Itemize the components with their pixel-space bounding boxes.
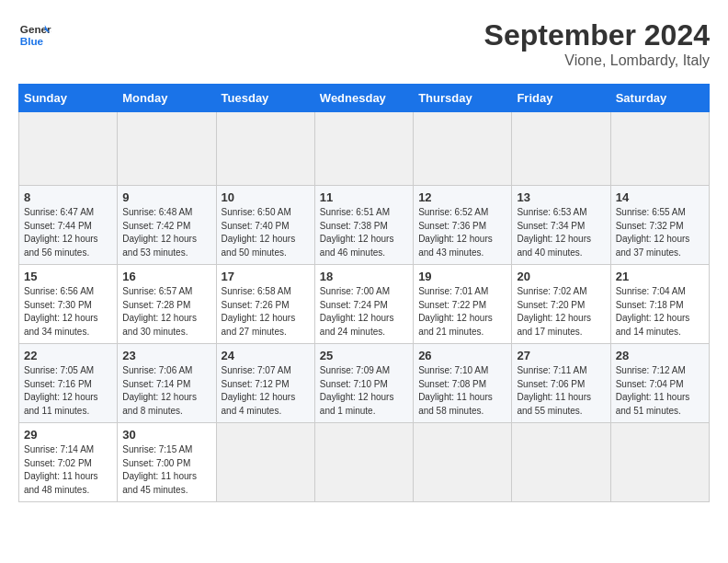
calendar-cell: 22Sunrise: 7:05 AMSunset: 7:16 PMDayligh… (19, 344, 118, 423)
day-number: 28 (616, 349, 704, 362)
logo-icon: General Blue (18, 18, 51, 52)
cell-info: Sunrise: 6:52 AMSunset: 7:36 PMDaylight:… (418, 206, 506, 259)
day-number: 11 (320, 190, 408, 204)
weekday-header-thursday: Thursday (414, 85, 512, 112)
calendar-cell: 16Sunrise: 6:57 AMSunset: 7:28 PMDayligh… (118, 265, 216, 344)
calendar-cell: 24Sunrise: 7:07 AMSunset: 7:12 PMDayligh… (216, 344, 314, 423)
calendar-cell (414, 423, 512, 502)
day-number: 15 (24, 270, 112, 283)
day-number: 16 (122, 270, 210, 283)
calendar-cell: 9Sunrise: 6:48 AMSunset: 7:42 PMDaylight… (118, 186, 216, 265)
calendar-cell (118, 112, 216, 186)
month-title: September 2024 (484, 18, 710, 52)
day-number: 14 (616, 190, 704, 204)
cell-info: Sunrise: 6:57 AMSunset: 7:28 PMDaylight:… (122, 285, 210, 339)
calendar-cell: 29Sunrise: 7:14 AMSunset: 7:02 PMDayligh… (19, 423, 118, 502)
calendar-cell: 25Sunrise: 7:09 AMSunset: 7:10 PMDayligh… (314, 344, 413, 423)
day-number: 21 (616, 270, 704, 283)
cell-info: Sunrise: 7:10 AMSunset: 7:08 PMDaylight:… (418, 364, 506, 418)
calendar-cell: 12Sunrise: 6:52 AMSunset: 7:36 PMDayligh… (414, 186, 512, 265)
calendar-cell: 23Sunrise: 7:06 AMSunset: 7:14 PMDayligh… (118, 344, 216, 423)
calendar-cell: 10Sunrise: 6:50 AMSunset: 7:40 PMDayligh… (216, 186, 314, 265)
calendar-week-row: 15Sunrise: 6:56 AMSunset: 7:30 PMDayligh… (19, 265, 710, 344)
day-number: 26 (418, 349, 506, 362)
calendar-cell: 14Sunrise: 6:55 AMSunset: 7:32 PMDayligh… (610, 186, 709, 265)
calendar-week-row: 8Sunrise: 6:47 AMSunset: 7:44 PMDaylight… (19, 186, 710, 265)
cell-info: Sunrise: 6:51 AMSunset: 7:38 PMDaylight:… (320, 206, 408, 259)
cell-info: Sunrise: 6:55 AMSunset: 7:32 PMDaylight:… (616, 206, 704, 259)
calendar-week-row: 22Sunrise: 7:05 AMSunset: 7:16 PMDayligh… (19, 344, 710, 423)
calendar-cell: 27Sunrise: 7:11 AMSunset: 7:06 PMDayligh… (512, 344, 610, 423)
cell-info: Sunrise: 7:15 AMSunset: 7:00 PMDaylight:… (122, 443, 210, 497)
calendar-cell (216, 112, 314, 186)
cell-info: Sunrise: 7:14 AMSunset: 7:02 PMDaylight:… (24, 443, 112, 497)
cell-info: Sunrise: 7:01 AMSunset: 7:22 PMDaylight:… (418, 285, 506, 339)
calendar-cell: 8Sunrise: 6:47 AMSunset: 7:44 PMDaylight… (19, 186, 118, 265)
calendar-cell (512, 423, 610, 502)
day-number: 20 (517, 270, 605, 283)
weekday-header-wednesday: Wednesday (314, 85, 413, 112)
day-number: 25 (320, 349, 408, 362)
calendar-cell (610, 112, 709, 186)
calendar-cell (610, 423, 709, 502)
calendar-cell: 26Sunrise: 7:10 AMSunset: 7:08 PMDayligh… (414, 344, 512, 423)
calendar-cell: 21Sunrise: 7:04 AMSunset: 7:18 PMDayligh… (610, 265, 709, 344)
cell-info: Sunrise: 7:04 AMSunset: 7:18 PMDaylight:… (616, 285, 704, 339)
cell-info: Sunrise: 6:53 AMSunset: 7:34 PMDaylight:… (517, 206, 605, 259)
cell-info: Sunrise: 7:05 AMSunset: 7:16 PMDaylight:… (24, 364, 112, 418)
cell-info: Sunrise: 7:09 AMSunset: 7:10 PMDaylight:… (320, 364, 408, 418)
calendar-cell: 13Sunrise: 6:53 AMSunset: 7:34 PMDayligh… (512, 186, 610, 265)
calendar-cell (512, 112, 610, 186)
weekday-header-sunday: Sunday (19, 85, 118, 112)
weekday-header-row: SundayMondayTuesdayWednesdayThursdayFrid… (19, 85, 710, 112)
cell-info: Sunrise: 7:11 AMSunset: 7:06 PMDaylight:… (517, 364, 605, 418)
day-number: 29 (24, 428, 112, 442)
calendar-cell (414, 112, 512, 186)
calendar-table: SundayMondayTuesdayWednesdayThursdayFrid… (18, 84, 710, 502)
day-number: 22 (24, 349, 112, 362)
calendar-cell: 17Sunrise: 6:58 AMSunset: 7:26 PMDayligh… (216, 265, 314, 344)
calendar-week-row: 29Sunrise: 7:14 AMSunset: 7:02 PMDayligh… (19, 423, 710, 502)
calendar-cell: 19Sunrise: 7:01 AMSunset: 7:22 PMDayligh… (414, 265, 512, 344)
cell-info: Sunrise: 6:50 AMSunset: 7:40 PMDaylight:… (222, 206, 310, 259)
logo: General Blue (18, 18, 51, 52)
day-number: 18 (320, 270, 408, 283)
svg-text:Blue: Blue (20, 35, 44, 47)
calendar-cell: 15Sunrise: 6:56 AMSunset: 7:30 PMDayligh… (19, 265, 118, 344)
calendar-cell: 20Sunrise: 7:02 AMSunset: 7:20 PMDayligh… (512, 265, 610, 344)
calendar-week-row (19, 112, 710, 186)
cell-info: Sunrise: 7:06 AMSunset: 7:14 PMDaylight:… (122, 364, 210, 418)
day-number: 10 (222, 190, 310, 204)
calendar-cell: 30Sunrise: 7:15 AMSunset: 7:00 PMDayligh… (118, 423, 216, 502)
day-number: 17 (222, 270, 310, 283)
location: Vione, Lombardy, Italy (484, 52, 710, 69)
day-number: 23 (122, 349, 210, 362)
cell-info: Sunrise: 6:58 AMSunset: 7:26 PMDaylight:… (222, 285, 310, 339)
day-number: 13 (517, 190, 605, 204)
calendar-cell (314, 112, 413, 186)
weekday-header-monday: Monday (118, 85, 216, 112)
title-block: September 2024 Vione, Lombardy, Italy (484, 18, 710, 69)
cell-info: Sunrise: 6:56 AMSunset: 7:30 PMDaylight:… (24, 285, 112, 339)
calendar-cell (19, 112, 118, 186)
calendar-cell (314, 423, 413, 502)
cell-info: Sunrise: 6:47 AMSunset: 7:44 PMDaylight:… (24, 206, 112, 259)
page-header: General Blue September 2024 Vione, Lomba… (18, 18, 710, 69)
day-number: 30 (122, 428, 210, 442)
cell-info: Sunrise: 7:07 AMSunset: 7:12 PMDaylight:… (222, 364, 310, 418)
day-number: 27 (517, 349, 605, 362)
calendar-cell: 18Sunrise: 7:00 AMSunset: 7:24 PMDayligh… (314, 265, 413, 344)
day-number: 8 (24, 190, 112, 204)
cell-info: Sunrise: 7:00 AMSunset: 7:24 PMDaylight:… (320, 285, 408, 339)
day-number: 19 (418, 270, 506, 283)
day-number: 9 (122, 190, 210, 204)
cell-info: Sunrise: 6:48 AMSunset: 7:42 PMDaylight:… (122, 206, 210, 259)
weekday-header-friday: Friday (512, 85, 610, 112)
cell-info: Sunrise: 7:02 AMSunset: 7:20 PMDaylight:… (517, 285, 605, 339)
calendar-cell (216, 423, 314, 502)
cell-info: Sunrise: 7:12 AMSunset: 7:04 PMDaylight:… (616, 364, 704, 418)
calendar-cell: 28Sunrise: 7:12 AMSunset: 7:04 PMDayligh… (610, 344, 709, 423)
weekday-header-saturday: Saturday (610, 85, 709, 112)
day-number: 12 (418, 190, 506, 204)
calendar-cell: 11Sunrise: 6:51 AMSunset: 7:38 PMDayligh… (314, 186, 413, 265)
